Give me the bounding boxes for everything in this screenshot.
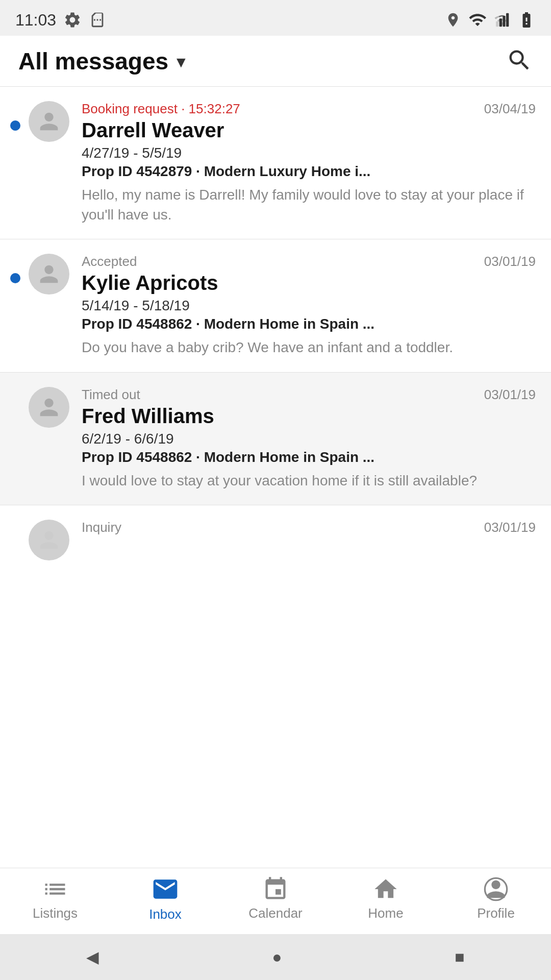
message-item[interactable]: Inquiry 03/01/19 [0,505,551,566]
storage-icon [89,11,106,29]
svg-rect-0 [506,13,509,27]
search-button[interactable] [506,47,533,76]
settings-icon [63,11,82,29]
message-date: 03/01/19 [484,520,536,535]
message-trip-dates: 5/14/19 - 5/18/19 [82,298,536,314]
android-nav: ◀ ● ■ [0,934,551,980]
status-bar: 11:03 [0,0,551,36]
message-preview: Do you have a baby crib? We have an infa… [82,337,536,357]
message-status: Booking request · 15:32:27 [82,101,240,117]
message-sender-name: Darrell Weaver [82,119,536,142]
message-status: Timed out [82,387,140,403]
message-status: Inquiry [82,520,121,535]
nav-item-profile[interactable]: Profile [441,876,551,921]
svg-rect-1 [503,16,505,27]
chevron-down-icon: ▼ [173,54,189,71]
message-date: 03/04/19 [484,101,536,117]
nav-item-home[interactable]: Home [331,876,441,921]
message-status: Accepted [82,254,137,270]
unread-indicator [10,539,20,549]
calendar-icon [262,876,289,902]
header: All messages ▼ [0,36,551,87]
message-trip-dates: 4/27/19 - 5/5/19 [82,145,536,161]
message-list: Booking request · 15:32:27 03/04/19 Darr… [0,87,551,868]
message-trip-dates: 6/2/19 - 6/6/19 [82,431,536,447]
recents-button[interactable]: ■ [455,948,464,967]
signal-icon [494,12,510,28]
avatar [29,520,69,560]
header-title: All messages [18,47,168,75]
message-item[interactable]: Booking request · 15:32:27 03/04/19 Darr… [0,87,551,239]
svg-rect-2 [499,18,502,27]
message-item[interactable]: Accepted 03/01/19 Kylie Apricots 5/14/19… [0,239,551,372]
nav-item-inbox[interactable]: Inbox [110,875,220,922]
unread-indicator [10,273,20,283]
wifi-icon [468,11,487,29]
listings-icon [42,876,68,902]
avatar [29,254,69,295]
message-date: 03/01/19 [484,254,536,270]
home-button[interactable]: ● [272,948,282,967]
message-sender-name: Fred Williams [82,405,536,428]
status-time: 11:03 [15,11,56,30]
search-icon [506,47,533,74]
profile-label: Profile [477,905,515,921]
profile-icon [483,876,509,902]
nav-item-listings[interactable]: Listings [0,876,110,921]
message-property: Prop ID 4548862 · Modern Home in Spain .… [82,316,536,332]
nav-item-calendar[interactable]: Calendar [220,876,331,921]
message-property: Prop ID 4548862 · Modern Home in Spain .… [82,449,536,465]
message-content: Accepted 03/01/19 Kylie Apricots 5/14/19… [82,254,536,357]
message-sender-name: Kylie Apricots [82,272,536,295]
message-content: Inquiry 03/01/19 [82,520,536,537]
message-preview: Hello, my name is Darrell! My family wou… [82,185,536,225]
calendar-label: Calendar [248,905,303,921]
message-item[interactable]: Timed out 03/01/19 Fred Williams 6/2/19 … [0,373,551,505]
home-label: Home [368,905,403,921]
header-title-container[interactable]: All messages ▼ [18,47,189,75]
message-content: Booking request · 15:32:27 03/04/19 Darr… [82,101,536,225]
back-button[interactable]: ◀ [86,947,99,967]
listings-label: Listings [33,905,78,921]
svg-rect-3 [496,21,498,27]
unread-indicator [10,406,20,416]
avatar [29,101,69,142]
inbox-icon [151,875,180,903]
location-icon [445,12,461,28]
bottom-nav: Listings Inbox Calendar Home Profile [0,868,551,934]
message-date: 03/01/19 [484,387,536,403]
battery-icon [517,11,536,29]
avatar [29,387,69,428]
unread-indicator [10,120,20,131]
message-property: Prop ID 4542879 · Modern Luxury Home i..… [82,163,536,180]
message-preview: I would love to stay at your vacation ho… [82,471,536,491]
message-content: Timed out 03/01/19 Fred Williams 6/2/19 … [82,387,536,491]
inbox-label: Inbox [149,906,182,922]
home-icon [372,876,399,902]
